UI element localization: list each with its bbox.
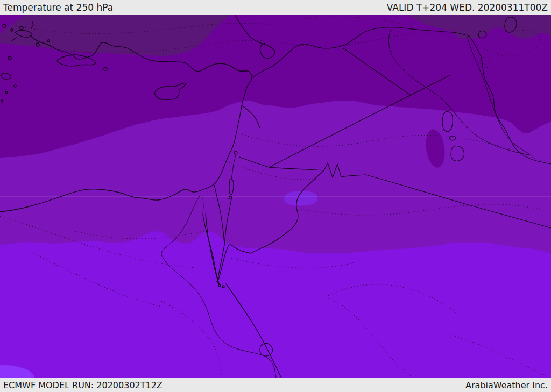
weather-map-screen: Temperature at 250 hPa VALID T+204 WED. … bbox=[0, 0, 551, 392]
brand-label: ArabiaWeather Inc. bbox=[465, 380, 548, 390]
temperature-map-canvas bbox=[0, 0, 551, 392]
map-title: Temperature at 250 hPa bbox=[3, 2, 113, 13]
model-run-label: ECMWF MODEL RUN: 20200302T12Z bbox=[3, 380, 163, 390]
footer-bar: ECMWF MODEL RUN: 20200302T12Z ArabiaWeat… bbox=[0, 378, 551, 392]
valid-time-label: VALID T+204 WED. 20200311T00Z bbox=[387, 2, 548, 13]
header-bar: Temperature at 250 hPa VALID T+204 WED. … bbox=[0, 0, 551, 15]
temperature-bands bbox=[0, 15, 551, 392]
